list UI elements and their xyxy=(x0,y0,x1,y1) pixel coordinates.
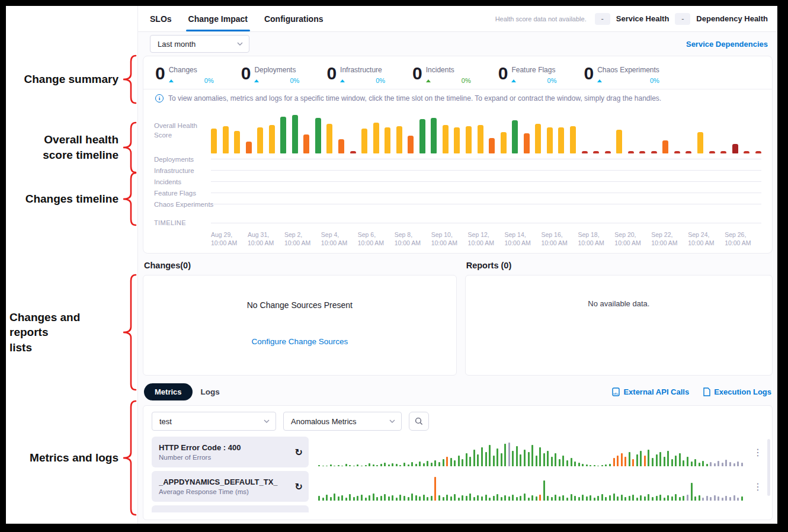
health-score-bar[interactable] xyxy=(303,134,309,153)
health-score-bar[interactable] xyxy=(720,151,726,153)
sparkline-bar xyxy=(664,498,665,501)
sparkline-bar xyxy=(446,495,448,501)
health-score-bar[interactable] xyxy=(674,151,680,153)
health-score-bar[interactable] xyxy=(223,126,229,153)
change-summary-stat: 0Deployments0% xyxy=(241,65,300,84)
health-score-bar[interactable] xyxy=(234,131,240,153)
time-range-select[interactable]: Last month xyxy=(150,35,249,53)
sparkline-bar xyxy=(434,460,436,466)
sparkline-bar xyxy=(504,495,506,501)
health-score-bar[interactable] xyxy=(408,136,414,153)
health-score-bar[interactable] xyxy=(478,125,483,153)
refresh-icon[interactable]: ↻ xyxy=(295,481,303,492)
sparkline-bar xyxy=(454,460,456,466)
sparkline-bar xyxy=(562,456,564,466)
health-score-bar[interactable] xyxy=(280,117,286,153)
health-score-bar[interactable] xyxy=(361,129,367,153)
health-score-bar[interactable] xyxy=(662,140,668,153)
sparkline-bar xyxy=(349,465,351,466)
sparkline-bar xyxy=(613,493,615,501)
metrics-scrollbar[interactable] xyxy=(767,439,770,496)
health-score-bar[interactable] xyxy=(570,126,576,153)
sparkline-bar xyxy=(403,496,405,501)
health-score-bar[interactable] xyxy=(211,129,217,153)
change-summary-stat: 0Chaos Experiments0% xyxy=(584,65,659,84)
health-score-bar[interactable] xyxy=(373,123,379,153)
header-health-cluster: Health score data not available. - Servi… xyxy=(495,13,768,25)
health-score-bar[interactable] xyxy=(558,127,564,153)
health-score-bar[interactable] xyxy=(315,118,321,153)
health-score-bar[interactable] xyxy=(385,127,390,153)
tab-logs[interactable]: Logs xyxy=(201,387,220,396)
health-score-bar[interactable] xyxy=(686,151,691,153)
health-score-bar[interactable] xyxy=(443,125,449,153)
health-score-bar[interactable] xyxy=(512,120,518,153)
external-api-calls-link[interactable]: External API Calls xyxy=(612,387,689,396)
health-score-bar[interactable] xyxy=(489,138,495,153)
sparkline-bar xyxy=(411,493,413,501)
metric-type-select[interactable]: Anomalous Metrics xyxy=(283,412,402,431)
sparkline-bar xyxy=(365,465,367,466)
health-score-bar[interactable] xyxy=(535,124,541,153)
sparkline-bar xyxy=(714,463,716,466)
tab-configurations[interactable]: Configurations xyxy=(264,6,323,31)
tab-change-impact[interactable]: Change Impact xyxy=(188,6,248,31)
health-score-bar[interactable] xyxy=(709,151,715,153)
tab-metrics[interactable]: Metrics xyxy=(144,383,193,400)
sparkline-bar xyxy=(648,450,649,466)
health-score-bar[interactable] xyxy=(547,127,553,153)
metric-name-card[interactable]: HTTP Error Code : 400Number of Errors↻ xyxy=(152,437,309,467)
health-score-bar[interactable] xyxy=(431,118,437,153)
kebab-menu-icon[interactable]: ⋮ xyxy=(752,471,764,502)
sparkline-bar xyxy=(334,466,335,466)
health-score-bar[interactable] xyxy=(582,151,588,153)
annotation-label: Metrics and logs xyxy=(6,450,121,466)
health-score-bar[interactable] xyxy=(744,151,749,153)
configure-change-sources-link[interactable]: Configure Change Sources xyxy=(251,337,348,346)
metric-name-card[interactable]: _APPDYNAMICS_DEFAULT_TX_Average Response… xyxy=(152,471,309,502)
metric-row[interactable]: HTTP Error Code : 400Number of Errors↻⋮ xyxy=(152,437,764,467)
metric-title: _APPDYNAMICS_DEFAULT_TX_ xyxy=(159,477,292,486)
health-score-bar[interactable] xyxy=(593,151,599,153)
sparkline-bar xyxy=(376,465,378,466)
health-score-bar[interactable] xyxy=(419,119,425,153)
health-score-bar[interactable] xyxy=(246,142,252,153)
health-score-bar[interactable] xyxy=(292,115,298,153)
search-button[interactable] xyxy=(409,412,429,431)
stat-value: 0 xyxy=(584,65,593,84)
health-score-bar[interactable] xyxy=(639,151,645,153)
sparkline-bar xyxy=(399,495,401,501)
sparkline-bar xyxy=(516,446,518,466)
refresh-icon[interactable]: ↻ xyxy=(295,447,303,458)
health-score-bar[interactable] xyxy=(732,144,738,153)
service-filter-select[interactable]: test xyxy=(152,412,276,431)
service-dependencies-link[interactable]: Service Dependencies xyxy=(686,40,768,49)
health-score-bar[interactable] xyxy=(524,133,530,153)
health-score-bar[interactable] xyxy=(501,132,507,153)
kebab-menu-icon[interactable]: ⋮ xyxy=(752,437,764,467)
tab-slos[interactable]: SLOs xyxy=(150,6,172,31)
sparkline-bar xyxy=(586,496,588,501)
health-score-bar[interactable] xyxy=(651,151,657,153)
health-score-bar[interactable] xyxy=(616,130,622,153)
health-score-bar[interactable] xyxy=(338,139,344,153)
health-score-bars[interactable] xyxy=(211,108,761,153)
sparkline-bar xyxy=(446,457,448,466)
health-score-bar[interactable] xyxy=(697,132,703,153)
health-score-bar[interactable] xyxy=(628,151,634,153)
timeline-axis-row: TIMELINE xyxy=(154,218,761,227)
metric-row[interactable]: _APPDYNAMICS_DEFAULT_TX_Average Response… xyxy=(152,471,764,502)
health-score-bar[interactable] xyxy=(350,151,356,153)
health-score-bar[interactable] xyxy=(257,127,263,153)
execution-logs-link[interactable]: Execution Logs xyxy=(703,387,771,396)
health-score-bar[interactable] xyxy=(326,124,332,153)
sparkline-bar xyxy=(597,466,599,466)
health-score-bar[interactable] xyxy=(454,127,460,153)
sparkline-bar xyxy=(330,497,332,501)
health-score-bar[interactable] xyxy=(396,126,402,153)
health-score-bar[interactable] xyxy=(755,151,761,153)
health-score-bar[interactable] xyxy=(466,126,472,153)
timeline-date-tick: Sep 24, 10:00 AM xyxy=(688,231,725,247)
health-score-bar[interactable] xyxy=(605,151,611,153)
health-score-bar[interactable] xyxy=(269,125,275,153)
